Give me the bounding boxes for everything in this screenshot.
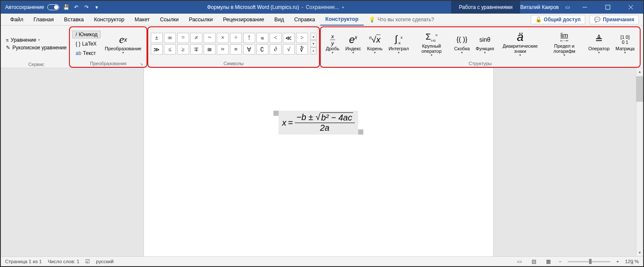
maximize-button[interactable]	[599, 1, 617, 14]
share-button[interactable]: 🔓 Общий доступ	[531, 15, 586, 24]
symbol-cell[interactable]: ∀	[243, 44, 255, 55]
tab-references[interactable]: Ссылки	[155, 14, 184, 26]
zoom-slider[interactable]	[568, 261, 610, 262]
tab-design[interactable]: Конструктор	[89, 14, 129, 26]
qat-customize-icon[interactable]: ▾	[93, 4, 100, 11]
symbol-cell[interactable]: <	[270, 33, 282, 43]
collapse-ribbon-icon[interactable]: ∧	[631, 261, 634, 265]
language-indicator[interactable]: русский	[96, 259, 113, 264]
undo-icon[interactable]: ↶	[73, 4, 80, 11]
gallery-up-icon[interactable]: ▲	[310, 33, 316, 40]
print-layout-icon[interactable]: ▤	[530, 258, 538, 265]
radical-icon: √	[316, 112, 320, 122]
symbol-cell[interactable]: ≥	[177, 44, 189, 55]
tab-insert[interactable]: Вставка	[59, 14, 89, 26]
structure-интеграл[interactable]: ∫-xxИнтеграл▼	[386, 32, 411, 55]
tell-me-search[interactable]: 💡 Что вы хотите сделать?	[369, 17, 434, 23]
minimize-button[interactable]	[576, 1, 594, 14]
tab-equation-design[interactable]: Конструктор	[320, 14, 364, 26]
tab-home[interactable]: Главная	[29, 14, 59, 26]
tab-review[interactable]: Рецензирование	[218, 14, 270, 26]
equation-handle-left[interactable]	[273, 111, 279, 116]
web-layout-icon[interactable]: ▦	[544, 258, 553, 265]
symbol-cell[interactable]: ∞	[164, 33, 176, 43]
gallery-down-icon[interactable]: ▼	[310, 40, 316, 47]
equation-button[interactable]: π Уравнение ▾	[6, 37, 40, 43]
symbol-cell[interactable]: ∓	[190, 44, 202, 55]
latex-button[interactable]: { }LaTeX	[72, 40, 101, 48]
zoom-in-button[interactable]: +	[616, 259, 619, 264]
vertical-scrollbar[interactable]: ▲ ▼	[636, 68, 643, 256]
scroll-thumb[interactable]	[636, 76, 643, 102]
ribbon: π Уравнение ▾ ✎ Рукописное уравнение Сер…	[1, 26, 643, 68]
symbol-cell[interactable]: !	[243, 33, 255, 43]
structure-label: Предел и логарифм	[546, 43, 582, 54]
symbol-cell[interactable]: >	[296, 33, 308, 43]
symbol-cell[interactable]: ≈	[217, 44, 229, 55]
symbol-cell[interactable]: ×	[217, 33, 229, 43]
symbol-cell[interactable]: ∁	[256, 44, 268, 55]
structure-матрица[interactable]: [1 00 1]Матрица▼	[613, 32, 637, 55]
structure-оператор[interactable]: ≜Оператор▼	[586, 32, 612, 55]
unicode-button[interactable]: /Юникод	[72, 31, 101, 38]
structure-label: Оператор	[588, 46, 610, 51]
symbol-cell[interactable]: ≫	[151, 44, 163, 55]
redo-icon[interactable]: ↷	[83, 4, 90, 11]
convert-button[interactable]: ex Преобразование ▼	[102, 32, 144, 55]
structure-диакритические-знаки[interactable]: äДиакритические знаки▼	[497, 30, 543, 57]
structure-предел-и-логарифм[interactable]: limn→∞Предел и логарифм▼	[543, 30, 585, 57]
structure-корень[interactable]: n√xКорень▼	[365, 32, 385, 55]
autosave-toggle[interactable]	[47, 4, 59, 10]
symbol-cell[interactable]: ≪	[283, 33, 295, 43]
text-button[interactable]: abТекст	[72, 49, 101, 57]
symbol-cell[interactable]: ∂	[270, 44, 282, 55]
symbol-cell[interactable]: ∝	[256, 33, 268, 43]
structure-индекс[interactable]: exИндекс▼	[343, 32, 364, 55]
symbol-cell[interactable]: =	[177, 33, 189, 43]
structure-label: Матрица	[615, 46, 635, 51]
structure-функция[interactable]: sinθФункция▼	[473, 32, 497, 55]
ink-equation-button[interactable]: ✎ Рукописное уравнение	[6, 45, 66, 51]
tab-help[interactable]: Справка	[289, 14, 320, 26]
symbol-cell[interactable]: ∛	[296, 44, 308, 55]
symbol-cell[interactable]: ~	[204, 33, 216, 43]
comments-button[interactable]: 💬 Примечания	[589, 15, 639, 24]
page[interactable]: x = −b ± √ b² − 4ac	[144, 68, 493, 256]
read-mode-icon[interactable]: ▭	[515, 258, 524, 265]
equation-content[interactable]: x = −b ± √ b² − 4ac	[282, 112, 354, 133]
close-button[interactable]	[622, 1, 640, 14]
tab-mailings[interactable]: Рассылки	[184, 14, 218, 26]
zoom-out-button[interactable]: −	[559, 259, 562, 264]
save-icon[interactable]: 💾	[63, 4, 69, 11]
structure-скобка[interactable]: {( )}Скобка▼	[451, 32, 472, 55]
user-name[interactable]: Виталий Каиров	[520, 4, 559, 10]
word-count[interactable]: Число слов: 1	[48, 259, 79, 264]
equation-handle-right[interactable]	[358, 129, 363, 135]
page-indicator[interactable]: Страница 1 из 1	[5, 259, 42, 264]
chevron-down-icon: ▼	[430, 54, 433, 57]
proofing-icon[interactable]: ☑	[85, 258, 90, 264]
symbol-cell[interactable]: ≤	[164, 44, 176, 55]
tab-layout[interactable]: Макет	[129, 14, 155, 26]
symbol-cell[interactable]: ±	[151, 33, 163, 43]
equation-box[interactable]: x = −b ± √ b² − 4ac	[279, 111, 358, 135]
dialog-launcher-icon[interactable]: ↘	[140, 62, 143, 66]
gallery-more-icon[interactable]: ▾	[310, 47, 316, 55]
structure-крупный-оператор[interactable]: Σi=0nКрупный оператор▼	[412, 30, 451, 57]
symbol-cell[interactable]: ÷	[230, 33, 242, 43]
ribbon-tabs: Файл Главная Вставка Конструктор Макет С…	[1, 14, 643, 26]
tab-view[interactable]: Вид	[269, 14, 289, 26]
structure-дробь[interactable]: xyДробь▼	[323, 32, 342, 55]
share-label: Общий доступ	[544, 17, 581, 23]
symbol-cell[interactable]: √	[283, 44, 295, 55]
structure-label: Корень	[367, 46, 383, 51]
symbol-cell[interactable]: ≠	[190, 33, 202, 43]
unicode-label: Юникод	[79, 32, 98, 37]
status-bar: Страница 1 из 1 Число слов: 1 ☑ русский …	[1, 256, 643, 266]
ribbon-options-icon[interactable]: ▭	[564, 4, 571, 11]
symbol-cell[interactable]: ≅	[204, 44, 216, 55]
tab-file[interactable]: Файл	[5, 14, 29, 26]
symbol-cell[interactable]: ≡	[230, 44, 242, 55]
scroll-up-icon[interactable]: ▲	[636, 68, 643, 75]
scroll-down-icon[interactable]: ▼	[636, 249, 643, 256]
